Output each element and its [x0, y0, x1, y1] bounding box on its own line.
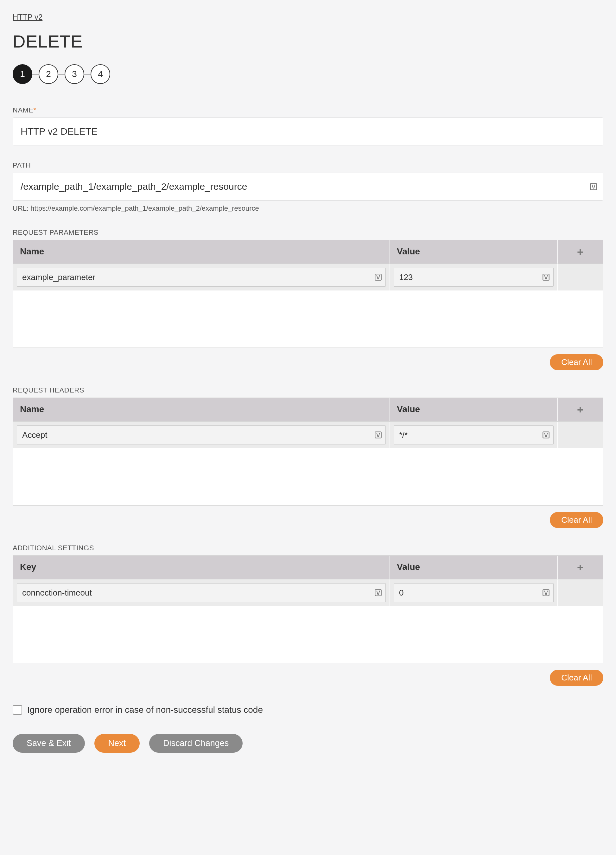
header-name-input[interactable]: Accept	[17, 426, 386, 444]
request-parameters-label: REQUEST PARAMETERS	[13, 228, 603, 237]
clear-all-settings-button[interactable]: Clear All	[550, 670, 603, 686]
svg-rect-6	[543, 590, 549, 596]
request-headers-table: Name Value + Accept */*	[13, 398, 603, 506]
column-header-value: Value	[390, 398, 558, 421]
variable-icon[interactable]	[541, 430, 551, 440]
url-value: https://example.com/example_path_1/examp…	[31, 204, 259, 212]
url-prefix: URL:	[13, 204, 31, 212]
next-button[interactable]: Next	[94, 734, 140, 753]
page-title: DELETE	[13, 31, 603, 52]
ignore-error-label: Ignore operation error in case of non-su…	[27, 705, 263, 715]
setting-key-value: connection-timeout	[22, 588, 92, 598]
column-header-key: Key	[13, 556, 390, 579]
svg-rect-1	[375, 274, 381, 280]
header-name-value: Accept	[22, 430, 48, 440]
step-connector	[84, 74, 90, 74]
save-exit-button[interactable]: Save & Exit	[13, 734, 85, 753]
step-connector	[58, 74, 64, 74]
table-empty-space	[13, 291, 603, 348]
svg-rect-2	[543, 274, 549, 280]
name-label-text: NAME	[13, 106, 34, 114]
column-header-value: Value	[390, 240, 558, 264]
discard-button[interactable]: Discard Changes	[149, 734, 243, 753]
table-row: Accept */*	[13, 421, 603, 448]
svg-rect-3	[375, 432, 381, 438]
plus-icon: +	[577, 404, 583, 415]
column-header-value: Value	[390, 556, 558, 579]
step-connector	[32, 74, 38, 74]
name-label: NAME*	[13, 106, 603, 114]
variable-icon[interactable]	[373, 430, 383, 440]
variable-icon[interactable]	[541, 273, 551, 282]
ignore-error-checkbox[interactable]	[13, 705, 22, 715]
table-row: example_parameter 123	[13, 264, 603, 291]
table-empty-space	[13, 606, 603, 663]
variable-icon[interactable]	[589, 182, 598, 192]
add-row-button[interactable]: +	[558, 556, 603, 579]
step-3[interactable]: 3	[64, 64, 84, 84]
step-2[interactable]: 2	[38, 64, 58, 84]
param-value-value: 123	[399, 273, 413, 282]
path-label: PATH	[13, 161, 603, 170]
table-empty-space	[13, 448, 603, 505]
clear-all-params-button[interactable]: Clear All	[550, 354, 603, 370]
setting-key-input[interactable]: connection-timeout	[17, 583, 386, 602]
setting-value-input[interactable]: 0	[394, 583, 553, 602]
param-name-input[interactable]: example_parameter	[17, 268, 386, 287]
step-4[interactable]: 4	[90, 64, 110, 84]
stepper: 1 2 3 4	[13, 64, 603, 84]
param-value-input[interactable]: 123	[394, 268, 553, 287]
svg-rect-5	[375, 590, 381, 596]
plus-icon: +	[577, 247, 583, 257]
setting-value-value: 0	[399, 588, 403, 598]
add-row-button[interactable]: +	[558, 240, 603, 264]
svg-rect-4	[543, 432, 549, 438]
clear-all-headers-button[interactable]: Clear All	[550, 512, 603, 528]
add-row-button[interactable]: +	[558, 398, 603, 421]
required-asterisk: *	[34, 106, 37, 114]
header-value-value: */*	[399, 430, 408, 440]
param-name-value: example_parameter	[22, 273, 95, 282]
request-parameters-table: Name Value + example_parameter 123	[13, 240, 603, 348]
header-value-input[interactable]: */*	[394, 426, 553, 444]
svg-rect-0	[590, 184, 597, 190]
url-help-text: URL: https://example.com/example_path_1/…	[13, 204, 603, 213]
variable-icon[interactable]	[541, 588, 551, 598]
table-row: connection-timeout 0	[13, 579, 603, 606]
request-headers-label: REQUEST HEADERS	[13, 386, 603, 394]
additional-settings-label: ADDITIONAL SETTINGS	[13, 544, 603, 552]
variable-icon[interactable]	[373, 273, 383, 282]
variable-icon[interactable]	[373, 588, 383, 598]
column-header-name: Name	[13, 398, 390, 421]
path-input[interactable]	[13, 173, 603, 201]
column-header-name: Name	[13, 240, 390, 264]
plus-icon: +	[577, 562, 583, 573]
name-input[interactable]	[13, 118, 603, 146]
step-1[interactable]: 1	[13, 64, 32, 84]
breadcrumb-link[interactable]: HTTP v2	[13, 13, 43, 21]
additional-settings-table: Key Value + connection-timeout 0	[13, 555, 603, 663]
